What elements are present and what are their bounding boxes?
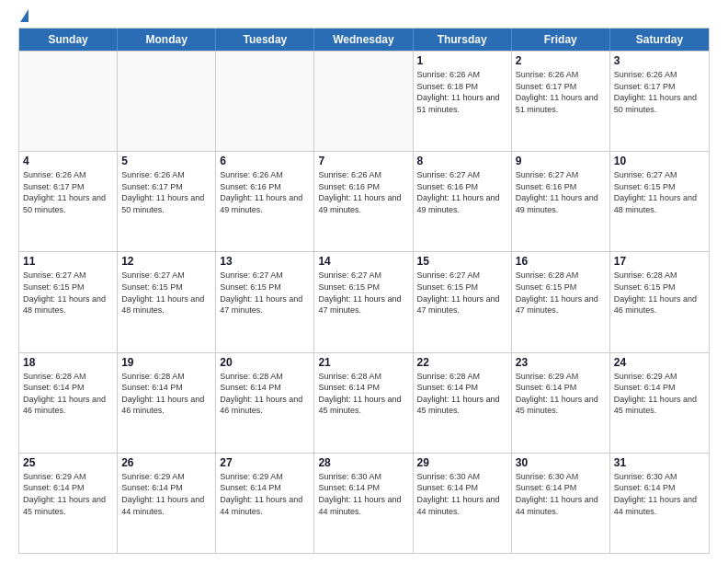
- day-cell-19: 19Sunrise: 6:28 AMSunset: 6:14 PMDayligh…: [118, 353, 216, 453]
- day-cell-1: 1Sunrise: 6:26 AMSunset: 6:18 PMDaylight…: [414, 52, 512, 151]
- day-number: 6: [220, 155, 310, 167]
- day-cell-6: 6Sunrise: 6:26 AMSunset: 6:16 PMDaylight…: [216, 152, 314, 251]
- day-number: 27: [220, 456, 310, 469]
- day-number: 28: [318, 456, 408, 469]
- day-info: Sunrise: 6:26 AMSunset: 6:16 PMDaylight:…: [220, 169, 310, 215]
- day-cell-13: 13Sunrise: 6:27 AMSunset: 6:15 PMDayligh…: [216, 252, 314, 351]
- day-info: Sunrise: 6:27 AMSunset: 6:15 PMDaylight:…: [23, 270, 113, 316]
- calendar: SundayMondayTuesdayWednesdayThursdayFrid…: [18, 28, 710, 554]
- day-number: 30: [516, 456, 606, 469]
- cal-row-2: 11Sunrise: 6:27 AMSunset: 6:15 PMDayligh…: [19, 251, 709, 351]
- day-cell-30: 30Sunrise: 6:30 AMSunset: 6:14 PMDayligh…: [512, 454, 610, 553]
- day-cell-28: 28Sunrise: 6:30 AMSunset: 6:14 PMDayligh…: [314, 454, 413, 553]
- day-number: 19: [121, 356, 211, 369]
- header-cell-monday: Monday: [118, 29, 216, 51]
- day-number: 21: [318, 356, 408, 369]
- day-info: Sunrise: 6:28 AMSunset: 6:14 PMDaylight:…: [23, 371, 113, 417]
- day-cell-14: 14Sunrise: 6:27 AMSunset: 6:15 PMDayligh…: [314, 252, 413, 351]
- day-number: 18: [23, 356, 113, 369]
- header-cell-thursday: Thursday: [414, 29, 512, 51]
- day-number: 29: [417, 456, 507, 469]
- calendar-body: 1Sunrise: 6:26 AMSunset: 6:18 PMDaylight…: [19, 51, 709, 553]
- day-info: Sunrise: 6:27 AMSunset: 6:15 PMDaylight:…: [220, 270, 310, 316]
- day-number: 1: [417, 54, 507, 67]
- day-number: 11: [23, 255, 113, 268]
- day-info: Sunrise: 6:26 AMSunset: 6:18 PMDaylight:…: [417, 69, 507, 115]
- day-info: Sunrise: 6:29 AMSunset: 6:14 PMDaylight:…: [23, 471, 113, 517]
- day-info: Sunrise: 6:28 AMSunset: 6:14 PMDaylight:…: [318, 371, 408, 417]
- day-info: Sunrise: 6:28 AMSunset: 6:15 PMDaylight:…: [614, 270, 705, 316]
- day-cell-3: 3Sunrise: 6:26 AMSunset: 6:17 PMDaylight…: [610, 52, 709, 151]
- day-number: 4: [23, 155, 113, 167]
- day-cell-23: 23Sunrise: 6:29 AMSunset: 6:14 PMDayligh…: [512, 353, 610, 453]
- day-info: Sunrise: 6:27 AMSunset: 6:16 PMDaylight:…: [516, 169, 606, 215]
- day-cell-10: 10Sunrise: 6:27 AMSunset: 6:15 PMDayligh…: [610, 152, 709, 251]
- day-number: 13: [220, 255, 310, 268]
- day-info: Sunrise: 6:29 AMSunset: 6:14 PMDaylight:…: [614, 371, 705, 417]
- day-number: 10: [614, 155, 705, 167]
- day-info: Sunrise: 6:29 AMSunset: 6:14 PMDaylight:…: [121, 471, 211, 517]
- day-cell-7: 7Sunrise: 6:26 AMSunset: 6:16 PMDaylight…: [314, 152, 413, 251]
- day-number: 20: [220, 356, 310, 369]
- day-cell-27: 27Sunrise: 6:29 AMSunset: 6:14 PMDayligh…: [216, 454, 314, 553]
- day-info: Sunrise: 6:30 AMSunset: 6:14 PMDaylight:…: [318, 471, 408, 517]
- day-cell-29: 29Sunrise: 6:30 AMSunset: 6:14 PMDayligh…: [414, 454, 512, 553]
- day-info: Sunrise: 6:29 AMSunset: 6:14 PMDaylight:…: [220, 471, 310, 517]
- day-info: Sunrise: 6:27 AMSunset: 6:15 PMDaylight:…: [121, 270, 211, 316]
- day-info: Sunrise: 6:26 AMSunset: 6:16 PMDaylight:…: [318, 169, 408, 215]
- day-cell-24: 24Sunrise: 6:29 AMSunset: 6:14 PMDayligh…: [610, 353, 709, 453]
- day-info: Sunrise: 6:27 AMSunset: 6:16 PMDaylight:…: [417, 169, 507, 215]
- day-number: 3: [614, 54, 705, 67]
- day-info: Sunrise: 6:28 AMSunset: 6:14 PMDaylight:…: [121, 371, 211, 417]
- day-cell-9: 9Sunrise: 6:27 AMSunset: 6:16 PMDaylight…: [512, 152, 610, 251]
- day-number: 12: [121, 255, 211, 268]
- calendar-header: SundayMondayTuesdayWednesdayThursdayFrid…: [19, 29, 709, 51]
- day-number: 24: [614, 356, 705, 369]
- header-cell-friday: Friday: [512, 29, 610, 51]
- day-number: 22: [417, 356, 507, 369]
- day-info: Sunrise: 6:30 AMSunset: 6:14 PMDaylight:…: [614, 471, 705, 517]
- day-cell-empty: [19, 52, 118, 151]
- cal-row-4: 25Sunrise: 6:29 AMSunset: 6:14 PMDayligh…: [19, 453, 709, 553]
- day-info: Sunrise: 6:28 AMSunset: 6:15 PMDaylight:…: [516, 270, 606, 316]
- header-cell-saturday: Saturday: [610, 29, 709, 51]
- day-cell-12: 12Sunrise: 6:27 AMSunset: 6:15 PMDayligh…: [118, 252, 216, 351]
- day-cell-5: 5Sunrise: 6:26 AMSunset: 6:17 PMDaylight…: [118, 152, 216, 251]
- day-number: 15: [417, 255, 507, 268]
- day-cell-4: 4Sunrise: 6:26 AMSunset: 6:17 PMDaylight…: [19, 152, 118, 251]
- day-cell-18: 18Sunrise: 6:28 AMSunset: 6:14 PMDayligh…: [19, 353, 118, 453]
- day-number: 26: [121, 456, 211, 469]
- day-number: 25: [23, 456, 113, 469]
- header-cell-sunday: Sunday: [19, 29, 118, 51]
- day-info: Sunrise: 6:26 AMSunset: 6:17 PMDaylight:…: [23, 169, 113, 215]
- day-number: 31: [614, 456, 705, 469]
- header-cell-tuesday: Tuesday: [216, 29, 314, 51]
- header-cell-wednesday: Wednesday: [314, 29, 413, 51]
- day-info: Sunrise: 6:30 AMSunset: 6:14 PMDaylight:…: [516, 471, 606, 517]
- day-cell-26: 26Sunrise: 6:29 AMSunset: 6:14 PMDayligh…: [118, 454, 216, 553]
- day-number: 5: [121, 155, 211, 167]
- day-number: 7: [318, 155, 408, 167]
- day-cell-empty: [216, 52, 314, 151]
- day-number: 9: [516, 155, 606, 167]
- day-cell-empty: [314, 52, 413, 151]
- day-number: 14: [318, 255, 408, 268]
- cal-row-3: 18Sunrise: 6:28 AMSunset: 6:14 PMDayligh…: [19, 352, 709, 453]
- day-number: 2: [516, 54, 606, 67]
- day-info: Sunrise: 6:28 AMSunset: 6:14 PMDaylight:…: [417, 371, 507, 417]
- day-cell-25: 25Sunrise: 6:29 AMSunset: 6:14 PMDayligh…: [19, 454, 118, 553]
- day-number: 17: [614, 255, 705, 268]
- day-info: Sunrise: 6:27 AMSunset: 6:15 PMDaylight:…: [614, 169, 705, 215]
- day-cell-17: 17Sunrise: 6:28 AMSunset: 6:15 PMDayligh…: [610, 252, 709, 351]
- cal-row-0: 1Sunrise: 6:26 AMSunset: 6:18 PMDaylight…: [19, 51, 709, 151]
- day-cell-22: 22Sunrise: 6:28 AMSunset: 6:14 PMDayligh…: [414, 353, 512, 453]
- cal-row-1: 4Sunrise: 6:26 AMSunset: 6:17 PMDaylight…: [19, 151, 709, 251]
- day-cell-11: 11Sunrise: 6:27 AMSunset: 6:15 PMDayligh…: [19, 252, 118, 351]
- day-info: Sunrise: 6:26 AMSunset: 6:17 PMDaylight:…: [614, 69, 705, 115]
- day-cell-15: 15Sunrise: 6:27 AMSunset: 6:15 PMDayligh…: [414, 252, 512, 351]
- day-number: 16: [516, 255, 606, 268]
- day-number: 23: [516, 356, 606, 369]
- day-info: Sunrise: 6:30 AMSunset: 6:14 PMDaylight:…: [417, 471, 507, 517]
- day-info: Sunrise: 6:29 AMSunset: 6:14 PMDaylight:…: [516, 371, 606, 417]
- day-cell-20: 20Sunrise: 6:28 AMSunset: 6:14 PMDayligh…: [216, 353, 314, 453]
